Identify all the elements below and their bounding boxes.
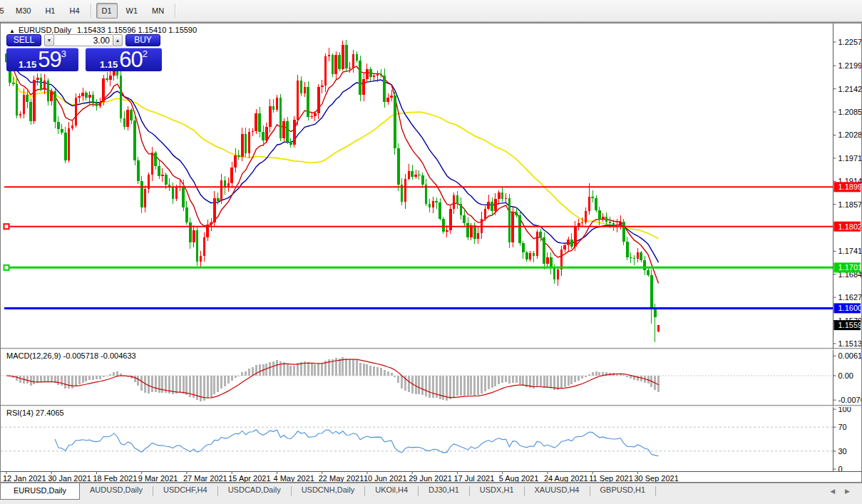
svg-text:1.20850: 1.20850 — [838, 108, 862, 116]
tab-ukoil-h4[interactable]: UKOil,H4 — [365, 483, 418, 498]
chart-tab-bar: EURUSD,Daily AUDUSD,Daily USDCHF,H4 USDC… — [0, 483, 862, 504]
svg-text:0.00: 0.00 — [838, 371, 853, 380]
svg-text:24 Aug 2021: 24 Aug 2021 — [544, 474, 588, 482]
svg-text:30 Jan 2021: 30 Jan 2021 — [48, 474, 91, 482]
bid-price-badge: 1.15590 — [834, 320, 862, 330]
svg-text:1.16007: 1.16007 — [838, 304, 862, 312]
tab-xauusd-h4[interactable]: XAUUSD,H4 — [525, 483, 590, 498]
tf-button-mn[interactable]: MN — [146, 3, 170, 19]
hline-price-badge: 1.17010 — [834, 262, 862, 272]
svg-text:12 Jan 2021: 12 Jan 2021 — [3, 474, 46, 482]
svg-text:100: 100 — [838, 405, 851, 413]
tab-audusd-daily[interactable]: AUDUSD,Daily — [80, 483, 153, 498]
mt4-application: 5 M30 H1 H4 D1 W1 MN 1.225751.219901.214… — [0, 0, 862, 504]
buy-price-tile[interactable]: 1.15602 — [86, 48, 162, 71]
tf-button-m30[interactable]: M30 — [10, 3, 36, 19]
volume-increase-button[interactable]: ▲ — [113, 34, 123, 46]
tf-button-h4[interactable]: H4 — [63, 3, 85, 19]
svg-text:15 Apr 2021: 15 Apr 2021 — [228, 474, 270, 482]
rsi-label: RSI(14) 27.4065 — [6, 408, 64, 417]
sell-price-tile[interactable]: 1.15593 — [6, 48, 78, 71]
volume-decrease-button[interactable]: ▼ — [44, 34, 54, 46]
symbol-period-label: EURUSD,Daily — [19, 26, 71, 34]
tab-usdx-h1[interactable]: USDX,H1 — [470, 483, 524, 498]
tf-button-d1[interactable]: D1 — [96, 3, 118, 19]
macd-label: MACD(12,26,9) -0.005718 -0.004633 — [6, 351, 136, 360]
svg-text:1.16275: 1.16275 — [838, 293, 862, 302]
svg-text:1.19710: 1.19710 — [838, 154, 862, 163]
svg-text:18 Feb 2021: 18 Feb 2021 — [93, 474, 137, 482]
tab-gbpusd-h1[interactable]: GBPUSD,H1 — [590, 483, 656, 498]
tabs-scroll-right-icon[interactable]: ▶ — [840, 488, 855, 495]
time-scale[interactable]: 12 Jan 202130 Jan 202118 Feb 20219 Mar 2… — [3, 472, 679, 483]
tabs-scroll-left-icon[interactable]: ◀ — [825, 488, 840, 495]
buy-price-pipette: 2 — [143, 49, 148, 58]
sell-price-prefix: 1.15 — [19, 59, 36, 70]
collapse-trade-panel-icon[interactable]: ▲ — [9, 28, 15, 34]
buy-price-big: 60 — [119, 50, 142, 70]
svg-text:-0.007621: -0.007621 — [838, 396, 862, 404]
svg-text:0.006193: 0.006193 — [838, 351, 862, 360]
macd-name: MACD(12,26,9) — [6, 351, 61, 360]
svg-text:27 Mar 2021: 27 Mar 2021 — [183, 474, 227, 482]
tab-usdcnh-daily[interactable]: USDCNH,Daily — [292, 483, 365, 498]
ohlc-values: 1.15433 1.15596 1.15410 1.15590 — [77, 26, 197, 34]
hline-price-badge: 1.16007 — [834, 303, 862, 313]
svg-text:1.15135: 1.15135 — [838, 339, 862, 348]
svg-text:4 May 2021: 4 May 2021 — [273, 474, 314, 482]
svg-text:1.22575: 1.22575 — [838, 38, 862, 46]
hline-price-badge: 1.18998 — [834, 182, 862, 192]
svg-text:1.18024: 1.18024 — [838, 222, 862, 231]
svg-text:1.17415: 1.17415 — [838, 247, 862, 255]
sell-price-pipette: 3 — [61, 49, 66, 58]
svg-text:0: 0 — [838, 465, 843, 473]
svg-text:30 Sep 2021: 30 Sep 2021 — [634, 474, 678, 482]
svg-text:1.20280: 1.20280 — [838, 130, 862, 139]
sell-button[interactable]: SELL — [6, 34, 41, 46]
hline-price-badge: 1.18024 — [834, 222, 862, 232]
tf-button-w1[interactable]: W1 — [120, 3, 144, 19]
chart-canvas[interactable]: 1.225751.219901.214201.208501.202801.197… — [1, 24, 861, 482]
rsi-name: RSI(14) 27.4065 — [6, 408, 64, 417]
svg-text:22 May 2021: 22 May 2021 — [319, 474, 364, 482]
svg-text:1.21420: 1.21420 — [838, 85, 862, 93]
macd-values: -0.005718 -0.004633 — [63, 351, 135, 360]
one-click-trade-panel: SELL ▼ ▲ BUY 1.15593 1.15602 — [6, 34, 163, 71]
svg-text:1.18570: 1.18570 — [838, 200, 862, 209]
chart-title: ▲EURUSD,Daily1.15433 1.15596 1.15410 1.1… — [9, 26, 197, 34]
svg-text:1.15590: 1.15590 — [838, 321, 862, 329]
hline-handle[interactable] — [4, 224, 9, 229]
svg-text:11 Sep 2021: 11 Sep 2021 — [589, 474, 633, 482]
svg-text:70: 70 — [838, 423, 847, 431]
svg-text:5 Aug 2021: 5 Aug 2021 — [499, 474, 539, 482]
svg-text:29 Jun 2021: 29 Jun 2021 — [409, 474, 452, 482]
svg-text:9 Mar 2021: 9 Mar 2021 — [138, 474, 178, 482]
buy-button[interactable]: BUY — [125, 34, 160, 46]
svg-text:30: 30 — [838, 447, 847, 456]
tab-dj30-h1[interactable]: DJ30,H1 — [419, 483, 469, 498]
tf-button-h1[interactable]: H1 — [39, 3, 61, 19]
timeframe-toolbar: 5 M30 H1 H4 D1 W1 MN — [0, 0, 862, 22]
toolbar-separator — [175, 4, 175, 18]
svg-text:1.18998: 1.18998 — [838, 182, 862, 191]
sell-price-big: 59 — [38, 50, 61, 70]
toolbar-separator — [91, 4, 91, 18]
svg-text:10 Jun 2021: 10 Jun 2021 — [364, 474, 407, 482]
svg-text:1.21990: 1.21990 — [838, 61, 862, 70]
buy-price-prefix: 1.15 — [100, 59, 118, 70]
rsi-line — [55, 430, 659, 456]
horizontal-lines[interactable] — [4, 187, 833, 308]
tf-button-m5[interactable]: 5 — [0, 3, 7, 19]
svg-text:17 Jul 2021: 17 Jul 2021 — [453, 474, 494, 482]
tab-usdchf-h4[interactable]: USDCHF,H4 — [153, 483, 217, 498]
chart-window: 1.225751.219901.214201.208501.202801.197… — [0, 22, 862, 483]
tab-usdcad-daily[interactable]: USDCAD,Daily — [218, 483, 291, 498]
tab-eurusd-daily[interactable]: EURUSD,Daily — [0, 483, 80, 500]
hline-handle[interactable] — [4, 265, 9, 270]
volume-input[interactable] — [54, 34, 113, 46]
svg-text:1.17010: 1.17010 — [838, 263, 862, 272]
